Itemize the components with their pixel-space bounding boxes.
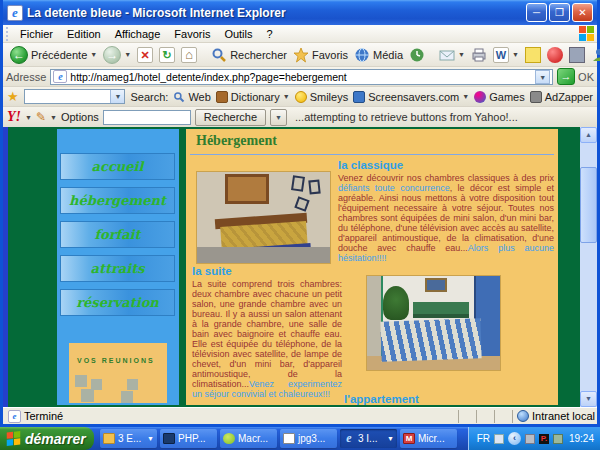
smiley-icon (295, 91, 307, 103)
keyboard-icon[interactable] (494, 434, 504, 444)
search-label: Rechercher (230, 49, 287, 61)
nav-reservation[interactable]: réservation (60, 289, 175, 316)
title-bar[interactable]: e La detente bleue - Microsoft Internet … (3, 0, 597, 25)
task-macromedia[interactable]: Macr... (220, 429, 277, 448)
screensavers-dropdown-icon[interactable]: ▼ (462, 93, 469, 100)
nav-accueil[interactable]: accueil (60, 153, 175, 180)
screensavers-button[interactable]: Screensavers.com ▼ (353, 91, 469, 103)
search-toolbar: ★ ▼ Search: Web Dictionary ▼ Smileys Scr… (3, 87, 597, 107)
menu-outils[interactable]: Outils (217, 26, 259, 42)
back-button[interactable]: ← Précédente ▼ (7, 45, 100, 65)
refresh-button[interactable]: ↻ (156, 46, 178, 64)
address-url[interactable]: http://nameg1/hotel_detente/index.php?pa… (70, 71, 535, 83)
photo-detail (413, 302, 469, 318)
web-label: Web (188, 91, 210, 103)
ie-app-icon: e (7, 5, 23, 21)
scrollbar-thumb[interactable] (580, 167, 597, 243)
zone-label: Intranet local (532, 410, 595, 422)
tray-utility-icon[interactable] (553, 434, 563, 444)
language-indicator[interactable]: FR (477, 433, 490, 444)
games-button[interactable]: Games (474, 91, 524, 103)
mail-button[interactable]: ▼ (436, 46, 468, 64)
stop-icon: ✕ (137, 47, 153, 63)
address-dropdown-icon[interactable]: ▼ (535, 70, 550, 84)
task-jpg[interactable]: jpg3... (280, 429, 337, 448)
scroll-up-icon[interactable]: ▲ (580, 127, 597, 143)
bookmark-star-icon[interactable]: ★ (7, 89, 19, 104)
history-button[interactable] (406, 46, 428, 64)
yahoo-dropdown-icon[interactable]: ▼ (25, 114, 32, 121)
back-icon: ← (10, 46, 28, 64)
reunions-banner[interactable]: VOS REUNIONS (69, 343, 167, 403)
yahoo-logo[interactable]: Y! (7, 109, 21, 125)
menu-help[interactable]: ? (260, 26, 280, 42)
status-pane (458, 410, 472, 423)
mail-dropdown-icon[interactable]: ▼ (458, 51, 465, 58)
search-web-button[interactable]: Web (173, 91, 210, 103)
yahoo-messenger-button[interactable] (544, 46, 566, 64)
classique-paragraph: Venez découvrir nos chambres classiques … (338, 173, 554, 263)
address-input[interactable]: e http://nameg1/hotel_detente/index.php?… (50, 69, 553, 85)
task-label: Macr... (238, 433, 268, 444)
tray-p-icon[interactable]: P. (539, 434, 549, 444)
forward-button[interactable]: → ▼ (100, 45, 134, 65)
menu-edition[interactable]: Edition (60, 26, 108, 42)
back-dropdown-icon[interactable]: ▼ (90, 51, 97, 58)
scroll-down-icon[interactable]: ▼ (580, 391, 597, 407)
media-globe-icon (354, 47, 370, 63)
task-php[interactable]: PHP... (160, 429, 217, 448)
companion-button[interactable] (566, 46, 588, 64)
print-button[interactable] (468, 46, 490, 64)
maximize-button[interactable]: ❐ (549, 3, 570, 22)
network-icon[interactable] (525, 434, 535, 444)
go-label[interactable]: OK (578, 71, 594, 83)
system-tray: FR ‹ P. 19:24 (468, 427, 600, 450)
smileys-button[interactable]: Smileys (295, 91, 349, 103)
notes-button[interactable] (522, 46, 544, 64)
home-button[interactable]: ⌂ (178, 46, 200, 64)
favorites-button[interactable]: Favoris (290, 46, 351, 64)
edit-word-button[interactable]: W ▼ (490, 46, 522, 64)
go-button[interactable]: → (557, 68, 575, 85)
appartement-heading: l'appartement (344, 393, 419, 405)
menu-fichier[interactable]: Fichier (13, 26, 60, 42)
msn-messenger-button[interactable] (588, 46, 600, 64)
nav-attraits[interactable]: attraits (60, 255, 175, 282)
search-button[interactable]: Rechercher (208, 46, 290, 64)
options-label[interactable]: Options (61, 111, 99, 123)
recherche-dropdown-icon[interactable]: ▼ (270, 109, 287, 126)
nav-hebergement[interactable]: hébergement (60, 187, 175, 214)
nav-forfait[interactable]: forfait (60, 221, 175, 248)
pencil-dropdown-icon[interactable]: ▼ (50, 114, 57, 121)
search-input[interactable]: ▼ (24, 89, 126, 104)
media-button[interactable]: Média (351, 46, 406, 64)
task-microsoft[interactable]: M Micr... (400, 429, 457, 448)
classique-heading: la classique (338, 159, 403, 171)
dictionary-dropdown-icon[interactable]: ▼ (283, 93, 290, 100)
pencil-icon[interactable]: ✎ (36, 110, 46, 124)
adzapper-button[interactable]: AdZapper (530, 91, 593, 103)
recherche-button[interactable]: Recherche (195, 109, 266, 126)
page-scrollbar[interactable]: ▲ ▼ (580, 127, 597, 407)
minimize-button[interactable]: ─ (526, 3, 547, 22)
desktop: e La detente bleue - Microsoft Internet … (0, 0, 600, 450)
photo-detail (425, 278, 447, 292)
dictionary-button[interactable]: Dictionary ▼ (216, 91, 290, 103)
status-bar: e Terminé Intranet local (3, 407, 597, 424)
classique-link[interactable]: défiants toute concurrence (338, 183, 450, 193)
clock[interactable]: 19:24 (569, 433, 594, 444)
task-ie-group-active[interactable]: e 3 I... ▼ (340, 429, 397, 448)
task-explorer-group[interactable]: 3 E... ▼ (100, 429, 157, 448)
search-dropdown-icon[interactable]: ▼ (110, 90, 124, 103)
edit-dropdown-icon[interactable]: ▼ (512, 51, 519, 58)
task-label: 3 I... (358, 433, 377, 444)
yahoo-search-input[interactable] (103, 110, 191, 125)
toolbar-grip (6, 27, 10, 41)
start-button[interactable]: démarrer (0, 427, 94, 450)
stop-button[interactable]: ✕ (134, 46, 156, 64)
menu-favoris[interactable]: Favoris (167, 26, 217, 42)
close-button[interactable]: ✕ (572, 3, 593, 22)
hide-icons-chevron[interactable]: ‹ (508, 432, 521, 445)
status-pane (476, 410, 490, 423)
menu-affichage[interactable]: Affichage (108, 26, 168, 42)
